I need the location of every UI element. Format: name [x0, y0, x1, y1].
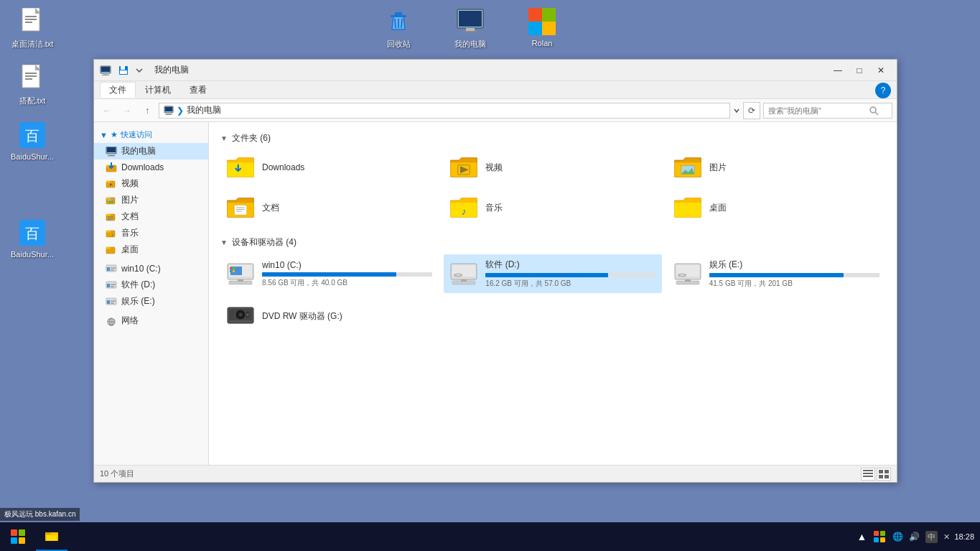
svg-rect-70	[107, 284, 110, 287]
search-input[interactable]	[768, 106, 869, 115]
svg-rect-86	[235, 205, 247, 215]
sidebar-item-entertainmente[interactable]: 娱乐 (E:)	[94, 293, 208, 310]
folder-documents-name: 文档	[262, 202, 279, 214]
desktop-icon-baidu2[interactable]: 百 BaiduShur...	[7, 218, 57, 259]
desktop-icon-recycle[interactable]: 回收站	[373, 7, 424, 50]
sidebar-item-win10c[interactable]: win10 (C:)	[94, 261, 208, 277]
folder-pictures[interactable]: 图片	[668, 150, 885, 185]
svg-text:百: 百	[25, 226, 39, 241]
drive-entertainmente[interactable]: 娱乐 (E:) 41.5 GB 可用，共 201 GB	[668, 254, 885, 293]
txt1-icon	[18, 7, 47, 36]
explorer-window: 我的电脑 — □ ✕ 文件 计算机 查看 ? ← → ↑	[93, 59, 897, 483]
view-details-button[interactable]	[861, 468, 875, 481]
search-box[interactable]	[763, 103, 892, 119]
folder-videos[interactable]: 视频	[444, 150, 661, 185]
up-button[interactable]: ↑	[139, 102, 156, 119]
drive-dvd[interactable]: DVD RW 驱动器 (G:)	[220, 299, 439, 333]
title-bar-left: 我的电脑	[100, 64, 189, 76]
desktop-icon-txt2[interactable]: 搭配.txt	[7, 64, 57, 106]
sidebar-item-music[interactable]: ♪ 音乐	[94, 225, 208, 241]
folder-music-name: 音乐	[485, 202, 503, 214]
close-button[interactable]: ✕	[871, 63, 891, 78]
folder-desktop[interactable]: 桌面	[668, 190, 885, 225]
svg-rect-67	[111, 267, 116, 269]
desktop-icon-baidu1[interactable]: 百 BaiduShur...	[7, 121, 57, 161]
clock-time: 18:28	[954, 532, 974, 541]
tray-sound-icon[interactable]: 🔊	[909, 532, 920, 542]
refresh-button[interactable]: ⟳	[743, 102, 760, 119]
drives-section-header[interactable]: ▼ 设备和驱动器 (4)	[220, 236, 885, 249]
folder-desktop-icon	[673, 195, 702, 221]
svg-rect-124	[885, 470, 889, 473]
folder-documents[interactable]: 文档	[220, 190, 438, 225]
minimize-button[interactable]: —	[828, 63, 848, 78]
address-path[interactable]: ❯ 我的电脑	[159, 103, 730, 119]
tray-ime-icon[interactable]: 中	[925, 531, 938, 543]
start-button[interactable]	[0, 522, 36, 551]
drive-win10c[interactable]: win10 (C:) 8.56 GB 可用，共 40.0 GB	[220, 254, 438, 293]
txt2-icon	[18, 64, 47, 93]
tab-view[interactable]: 查看	[180, 82, 216, 98]
mypc-icon	[456, 7, 485, 36]
folder-videos-name: 视频	[485, 162, 503, 174]
tray-close-notif-icon[interactable]: ✕	[943, 532, 950, 542]
sidebar-item-downloads[interactable]: Downloads	[94, 159, 208, 175]
folder-downloads-icon	[226, 154, 255, 180]
tab-computer[interactable]: 计算机	[136, 82, 180, 98]
sidebar-item-network[interactable]: 网络	[94, 312, 208, 329]
taskbar-explorer-item[interactable]	[36, 522, 67, 551]
sidebar-item-documents[interactable]: 文档	[94, 208, 208, 225]
tray-windows-icon[interactable]	[872, 529, 887, 544]
path-separator: ❯	[177, 106, 184, 116]
quick-access-header[interactable]: ▼ ★ 快速访问	[94, 126, 208, 143]
view-large-button[interactable]	[877, 468, 891, 481]
address-dropdown-icon[interactable]	[733, 106, 740, 116]
sidebar-item-desktop[interactable]: 桌面	[94, 241, 208, 258]
taskbar-clock[interactable]: 18:28	[954, 532, 974, 541]
tray-network-icon[interactable]: 🌐	[892, 532, 903, 542]
folder-downloads-name: Downloads	[262, 162, 304, 172]
ribbon-down-icon	[134, 65, 144, 75]
help-button[interactable]: ?	[875, 83, 891, 98]
svg-rect-16	[395, 12, 402, 16]
forward-button[interactable]: →	[118, 102, 136, 119]
maximize-button[interactable]: □	[849, 63, 869, 78]
drive-softd[interactable]: 软件 (D:) 16.2 GB 可用，共 57.0 GB	[444, 254, 661, 293]
sidebar-item-softd[interactable]: 软件 (D:)	[94, 277, 208, 293]
tray-expand-icon[interactable]: ▲	[857, 531, 867, 542]
svg-rect-95	[238, 279, 243, 282]
svg-rect-25	[542, 8, 556, 22]
folders-section-header[interactable]: ▼ 文件夹 (6)	[220, 132, 885, 144]
folder-music[interactable]: ♪ 音乐	[444, 190, 661, 225]
taskbar-folder-icon	[45, 529, 59, 542]
tab-file[interactable]: 文件	[100, 82, 136, 98]
folder-videos-icon	[449, 154, 478, 180]
drive-entertainmente-info: 娱乐 (E:) 41.5 GB 可用，共 201 GB	[709, 259, 879, 289]
sidebar-item-mypc[interactable]: 我的电脑	[94, 143, 208, 159]
desktop-icon-mypc[interactable]: 我的电脑	[445, 7, 495, 50]
mypc-label: 我的电脑	[454, 39, 486, 50]
sidebar-downloads-label: Downloads	[121, 162, 164, 172]
status-count: 10 个项目	[100, 468, 134, 479]
sidebar-item-pictures[interactable]: 图片	[94, 192, 208, 208]
svg-rect-58	[108, 218, 113, 218]
svg-rect-36	[165, 107, 172, 111]
svg-rect-27	[542, 22, 556, 35]
svg-rect-30	[103, 73, 108, 75]
svg-point-39	[870, 107, 876, 113]
status-view-buttons	[861, 468, 891, 481]
svg-rect-22	[466, 28, 475, 31]
desktop-icon-rolan[interactable]: Rolan	[517, 7, 567, 50]
txt2-label: 搭配.txt	[19, 96, 46, 106]
desktop-icon-txt1[interactable]: 桌面清洁.txt	[7, 7, 57, 50]
sidebar-downloads-icon	[106, 162, 117, 173]
sidebar-entertainmente-label: 娱乐 (E:)	[121, 295, 155, 307]
folder-downloads[interactable]: Downloads	[220, 150, 438, 185]
sidebar-item-videos[interactable]: 视频	[94, 175, 208, 192]
svg-rect-128	[45, 532, 51, 534]
baidu2-icon: 百	[18, 218, 47, 247]
back-button[interactable]: ←	[98, 102, 116, 119]
address-bar: ← → ↑ ❯ 我的电脑 ⟳	[94, 99, 897, 122]
svg-rect-126	[885, 475, 889, 478]
svg-rect-31	[102, 75, 109, 75]
